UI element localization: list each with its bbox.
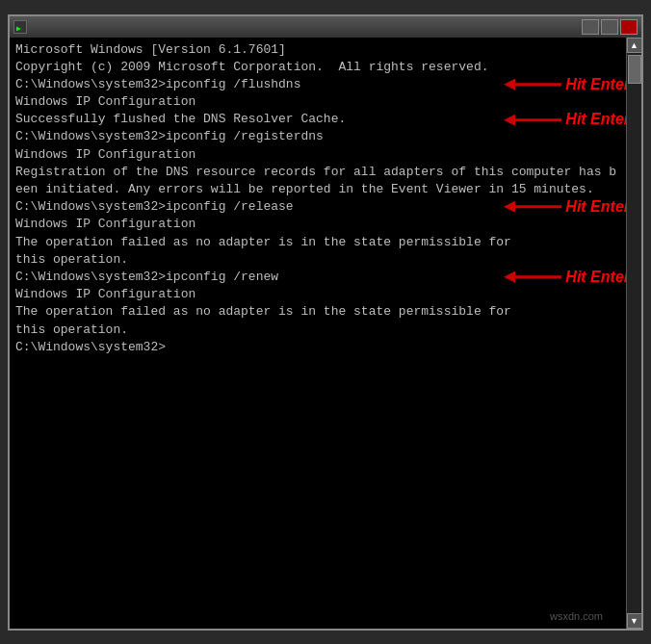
title-bar: ▶ bbox=[10, 16, 641, 38]
hit-enter-annotation: Hit Enter bbox=[504, 267, 626, 288]
svg-text:▶: ▶ bbox=[16, 24, 21, 32]
line-text: The operation failed as no adapter is in… bbox=[15, 234, 511, 251]
line-text: C:\Windows\system32>ipconfig /release bbox=[15, 198, 294, 216]
terminal-line: Copyright (c) 2009 Microsoft Corporation… bbox=[15, 59, 620, 76]
scrollbar[interactable]: ▲ ▼ bbox=[626, 38, 641, 629]
terminal-line: Successfully flushed the DNS Resolver Ca… bbox=[15, 111, 620, 128]
arrow-icon bbox=[504, 268, 561, 287]
title-bar-buttons bbox=[582, 19, 638, 35]
line-text: een initiated. Any errors will be report… bbox=[15, 181, 594, 198]
terminal-line: C:\Windows\system32>ipconfig /renewHit E… bbox=[15, 269, 620, 286]
watermark: wsxdn.com bbox=[550, 609, 603, 624]
line-text: Successfully flushed the DNS Resolver Ca… bbox=[15, 111, 346, 128]
scroll-down-button[interactable]: ▼ bbox=[627, 613, 642, 629]
hit-enter-annotation: Hit Enter bbox=[504, 74, 626, 95]
window-body: Microsoft Windows [Version 6.1.7601]Copy… bbox=[10, 38, 641, 629]
line-text: C:\Windows\system32>ipconfig /registerdn… bbox=[15, 128, 324, 145]
close-button[interactable] bbox=[620, 19, 638, 35]
terminal-line: C:\Windows\system32>ipconfig /flushdnsHi… bbox=[15, 76, 620, 93]
line-text: The operation failed as no adapter is in… bbox=[15, 303, 511, 321]
terminal-line: Windows IP Configuration bbox=[15, 93, 620, 111]
title-bar-left: ▶ bbox=[13, 20, 31, 34]
terminal-line: Windows IP Configuration bbox=[15, 216, 620, 233]
line-text: this operation. bbox=[15, 322, 128, 339]
line-text: Microsoft Windows [Version 6.1.7601] bbox=[15, 41, 286, 59]
terminal-line: this operation. bbox=[15, 251, 620, 269]
terminal-line: The operation failed as no adapter is in… bbox=[15, 303, 620, 321]
line-text: Windows IP Configuration bbox=[15, 216, 195, 233]
minimize-button[interactable] bbox=[582, 19, 599, 35]
terminal[interactable]: Microsoft Windows [Version 6.1.7601]Copy… bbox=[10, 38, 626, 629]
line-text: Registration of the DNS resource records… bbox=[15, 164, 616, 181]
terminal-line: C:\Windows\system32> bbox=[15, 339, 620, 356]
line-text: Windows IP Configuration bbox=[15, 146, 195, 164]
terminal-line: The operation failed as no adapter is in… bbox=[15, 234, 620, 251]
terminal-line: Microsoft Windows [Version 6.1.7601] bbox=[15, 41, 620, 59]
arrow-icon bbox=[504, 197, 561, 217]
scroll-up-button[interactable]: ▲ bbox=[627, 38, 642, 53]
terminal-line: C:\Windows\system32>ipconfig /releaseHit… bbox=[15, 198, 620, 216]
terminal-line: Windows IP Configuration bbox=[15, 286, 620, 303]
line-text: Windows IP Configuration bbox=[15, 286, 195, 303]
line-text: this operation. bbox=[15, 251, 128, 269]
arrow-icon bbox=[504, 75, 561, 94]
maximize-button[interactable] bbox=[601, 19, 618, 35]
hit-enter-label: Hit Enter bbox=[565, 109, 626, 130]
svg-marker-9 bbox=[504, 271, 515, 283]
hit-enter-annotation: Hit Enter bbox=[504, 109, 626, 130]
scroll-track[interactable] bbox=[627, 53, 641, 613]
hit-enter-label: Hit Enter bbox=[565, 196, 626, 218]
line-text: Copyright (c) 2009 Microsoft Corporation… bbox=[15, 59, 488, 76]
terminal-line: een initiated. Any errors will be report… bbox=[15, 181, 620, 198]
terminal-line: Registration of the DNS resource records… bbox=[15, 164, 620, 181]
svg-marker-7 bbox=[504, 201, 515, 213]
hit-enter-annotation: Hit Enter bbox=[504, 196, 626, 218]
terminal-line: this operation. bbox=[15, 322, 620, 339]
svg-marker-3 bbox=[504, 79, 515, 90]
hit-enter-label: Hit Enter bbox=[565, 267, 626, 288]
line-text: C:\Windows\system32>ipconfig /renew bbox=[15, 269, 278, 286]
line-text: C:\Windows\system32> bbox=[15, 339, 166, 356]
arrow-icon bbox=[504, 110, 561, 129]
svg-marker-5 bbox=[504, 114, 515, 125]
line-text: C:\Windows\system32>ipconfig /flushdns bbox=[15, 76, 300, 93]
cmd-window: ▶ Microsoft Windows [Version 6.1.7601]Co… bbox=[8, 14, 643, 631]
terminal-line: Windows IP Configuration bbox=[15, 146, 620, 164]
terminal-line: C:\Windows\system32>ipconfig /registerdn… bbox=[15, 128, 620, 145]
scroll-thumb[interactable] bbox=[628, 55, 641, 84]
hit-enter-label: Hit Enter bbox=[565, 74, 626, 95]
cmd-icon: ▶ bbox=[13, 20, 27, 34]
line-text: Windows IP Configuration bbox=[15, 93, 195, 111]
